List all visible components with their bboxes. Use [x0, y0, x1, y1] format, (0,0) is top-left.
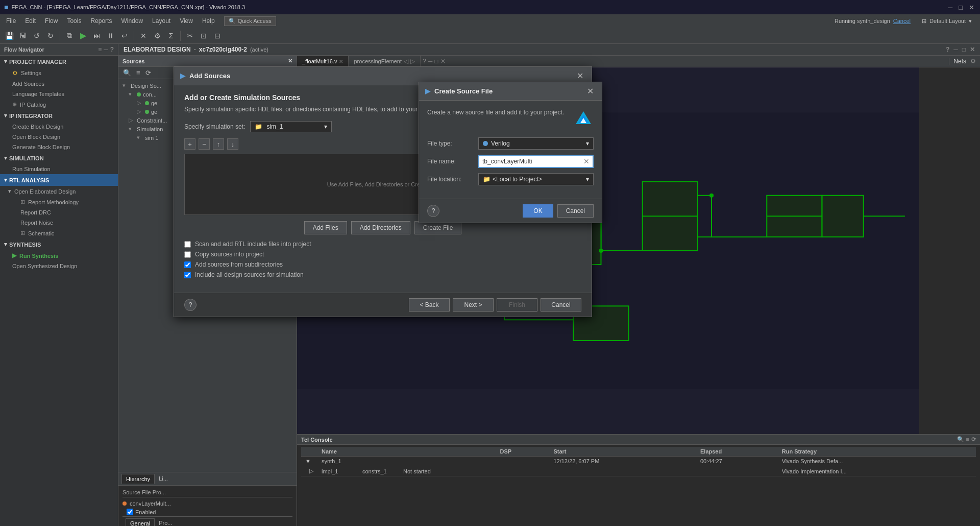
layout-dropdown-arrow[interactable]: ▾: [969, 18, 972, 25]
redo-btn[interactable]: ↻: [44, 30, 57, 42]
tab-icon1[interactable]: ?: [423, 58, 426, 65]
menu-tools[interactable]: Tools: [63, 16, 85, 26]
file-type-dropdown[interactable]: Verilog ▾: [478, 137, 594, 150]
ip-integrator-header[interactable]: ▾ IP INTEGRATOR: [0, 110, 118, 122]
menu-layout[interactable]: Layout: [148, 16, 175, 26]
nav-run-sim[interactable]: Run Simulation: [0, 164, 118, 174]
cancel-create-btn[interactable]: Cancel: [557, 204, 594, 218]
tab-hierarchy[interactable]: Hierarchy: [121, 474, 155, 484]
save-btn[interactable]: 💾: [3, 30, 15, 42]
finish-btn[interactable]: Finish: [497, 298, 537, 312]
sources-close-icon[interactable]: ✕: [288, 58, 292, 64]
rtl-analysis-header[interactable]: ▾ RTL ANALYSIS: [0, 174, 118, 186]
cancel-run-link[interactable]: Cancel: [893, 18, 911, 24]
add-sources-help-btn[interactable]: ?: [184, 299, 197, 311]
nav-icon-3[interactable]: ?: [110, 46, 114, 53]
nav-report-noise[interactable]: Report Noise: [0, 218, 118, 228]
src-collapse-btn[interactable]: ≡: [135, 68, 142, 77]
nav-open-elab[interactable]: ▾ Open Elaborated Design: [0, 186, 118, 197]
tab-icon4[interactable]: ✕: [440, 58, 446, 65]
nav-open-syn-design[interactable]: Open Synthesized Design: [0, 261, 118, 271]
settings-btn[interactable]: ⚙: [151, 30, 163, 42]
row1-expand[interactable]: ▼: [301, 457, 317, 466]
src-search-btn[interactable]: 🔍: [121, 68, 133, 77]
proc-tab-arrow[interactable]: ◁: [404, 58, 408, 65]
design-close-icon[interactable]: ✕: [970, 46, 975, 53]
tab-icon3[interactable]: □: [434, 58, 438, 65]
sch-tab-float[interactable]: _floatMult16.v ✕: [297, 56, 349, 66]
nav-create-block[interactable]: Create Block Design: [0, 122, 118, 132]
close-btn[interactable]: ✕: [967, 4, 976, 11]
nav-report-meth[interactable]: ⊞ Report Methodology: [0, 197, 118, 207]
nav-run-synthesis[interactable]: ▶ Run Synthesis: [0, 250, 118, 261]
project-manager-header[interactable]: ▾ PROJECT MANAGER: [0, 56, 118, 67]
tab-li[interactable]: Li...: [155, 474, 172, 484]
create-source-close-btn[interactable]: ✕: [585, 86, 596, 96]
move-down-btn[interactable]: ↓: [227, 138, 238, 150]
menu-flow[interactable]: Flow: [41, 16, 62, 26]
cut-btn[interactable]: ✂: [184, 30, 196, 42]
menu-edit[interactable]: Edit: [21, 16, 40, 26]
design-min-icon[interactable]: ─: [953, 46, 958, 53]
synthesis-header[interactable]: ▾ SYNTHESIS: [0, 238, 118, 250]
ok-btn[interactable]: OK: [523, 204, 553, 218]
file-loc-dropdown[interactable]: 📁 <Local to Project> ▾: [478, 173, 594, 185]
console-search-icon[interactable]: 🔍: [957, 436, 964, 443]
nav-open-block[interactable]: Open Block Design: [0, 132, 118, 142]
copy-btn[interactable]: ⧉: [63, 30, 76, 42]
quick-access-btn[interactable]: 🔍 Quick Access: [224, 16, 276, 26]
cancel-dialog-btn[interactable]: Cancel: [541, 298, 581, 312]
nav-schematic[interactable]: ⊞ Schematic: [0, 228, 118, 238]
enabled-checkbox[interactable]: [127, 509, 133, 515]
title-bar-controls[interactable]: ─ □ ✕: [946, 4, 976, 11]
nav-settings[interactable]: ⚙ Settings: [0, 67, 118, 79]
save2-btn[interactable]: 🖫: [17, 30, 29, 42]
props-tab-general[interactable]: General: [126, 518, 155, 526]
cb-copy-sources[interactable]: [184, 251, 191, 258]
route-btn[interactable]: ⊟: [211, 30, 224, 42]
add-sources-close-btn[interactable]: ✕: [575, 71, 585, 81]
design-max-icon[interactable]: □: [962, 46, 966, 53]
menu-window[interactable]: Window: [117, 16, 147, 26]
nav-gen-block[interactable]: Generate Block Design: [0, 142, 118, 152]
menu-view[interactable]: View: [176, 16, 197, 26]
add-files-btn[interactable]: Add Files: [304, 221, 347, 234]
props-tab-pro[interactable]: Pro...: [155, 518, 176, 526]
nav-icon-2[interactable]: ─: [104, 46, 108, 53]
row2-expand[interactable]: ▷: [301, 466, 317, 476]
src-refresh-btn[interactable]: ⟳: [144, 68, 153, 77]
console-refresh-icon[interactable]: ⟳: [971, 436, 976, 443]
simulation-header[interactable]: ▾ SIMULATION: [0, 152, 118, 164]
console-collapse-icon[interactable]: ≡: [966, 436, 969, 443]
delete-btn[interactable]: ✕: [137, 30, 150, 42]
run-btn[interactable]: ▶: [77, 30, 89, 42]
minimize-btn[interactable]: ─: [946, 4, 954, 11]
tab-icon2[interactable]: ─: [428, 58, 433, 65]
nets-gear[interactable]: ⚙: [970, 58, 976, 65]
back-btn[interactable]: < Back: [409, 298, 450, 312]
sum-btn[interactable]: Σ: [165, 30, 177, 42]
next-btn[interactable]: Next >: [453, 298, 494, 312]
sim-set-dropdown[interactable]: 📁 sim_1 ▾: [250, 121, 332, 132]
nav-icon-1[interactable]: ≡: [98, 46, 102, 53]
float-tab-close[interactable]: ✕: [339, 59, 343, 64]
move-up-btn[interactable]: ↑: [213, 138, 224, 150]
menu-reports[interactable]: Reports: [86, 16, 116, 26]
maximize-btn[interactable]: □: [957, 4, 964, 11]
restart-btn[interactable]: ↩: [118, 30, 131, 42]
align-btn[interactable]: ⊡: [198, 30, 210, 42]
sch-tab-proc[interactable]: processingElement ◁ ▷: [349, 56, 421, 67]
cb-scan-rtl[interactable]: [184, 241, 191, 248]
add-directories-btn[interactable]: Add Directories: [351, 221, 410, 234]
create-src-help-btn[interactable]: ?: [427, 205, 439, 217]
design-help-icon[interactable]: ?: [946, 46, 949, 53]
cb-include-design[interactable]: [184, 272, 191, 278]
file-name-input-display[interactable]: tb_convLayerMulti ✕: [478, 155, 594, 168]
undo-btn[interactable]: ↺: [31, 30, 43, 42]
proc-tab-arrow2[interactable]: ▷: [410, 58, 415, 65]
pause-btn[interactable]: ⏸: [105, 30, 117, 42]
cb-add-subdirs[interactable]: [184, 261, 191, 268]
remove-file-btn[interactable]: −: [199, 138, 210, 150]
add-file-btn[interactable]: +: [184, 138, 195, 150]
nav-add-sources[interactable]: Add Sources: [0, 79, 118, 89]
